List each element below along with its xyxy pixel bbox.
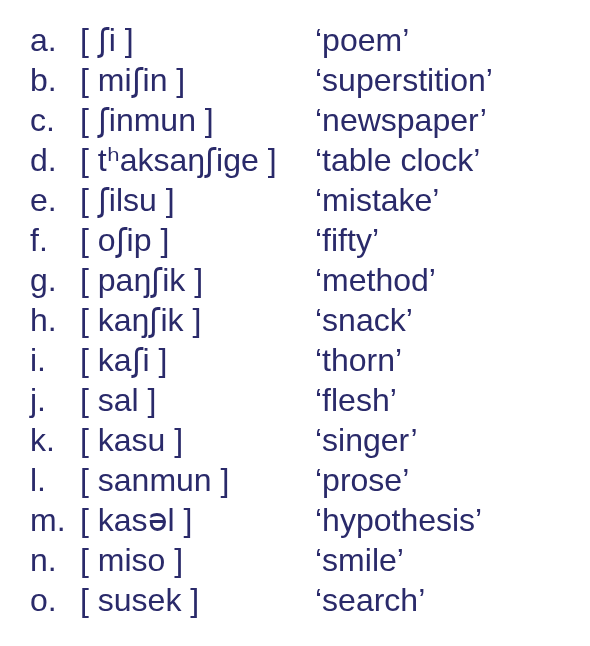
- item-label: j.: [30, 380, 80, 420]
- item-ipa: [ ʃilsu ]: [80, 180, 315, 220]
- item-label: a.: [30, 20, 80, 60]
- list-item: i. [ kaʃi ] ‘thorn’: [30, 340, 560, 380]
- item-gloss: ‘poem’: [315, 20, 560, 60]
- list-item: n. [ miso ] ‘smile’: [30, 540, 560, 580]
- list-item: g. [ paŋʃik ] ‘method’: [30, 260, 560, 300]
- item-ipa: [ tʰaksaŋʃige ]: [80, 140, 315, 180]
- item-label: o.: [30, 580, 80, 620]
- item-label: g.: [30, 260, 80, 300]
- item-gloss: ‘method’: [315, 260, 560, 300]
- item-ipa: [ kasəl ]: [80, 500, 315, 540]
- item-ipa: [ sanmun ]: [80, 460, 315, 500]
- item-gloss: ‘search’: [315, 580, 560, 620]
- item-label: i.: [30, 340, 80, 380]
- list-item: k. [ kasu ] ‘singer’: [30, 420, 560, 460]
- item-gloss: ‘hypothesis’: [315, 500, 560, 540]
- list-item: d. [ tʰaksaŋʃige ] ‘table clock’: [30, 140, 560, 180]
- item-gloss: ‘table clock’: [315, 140, 560, 180]
- item-gloss: ‘snack’: [315, 300, 560, 340]
- item-gloss: ‘singer’: [315, 420, 560, 460]
- item-ipa: [ ʃinmun ]: [80, 100, 315, 140]
- item-gloss: ‘newspaper’: [315, 100, 560, 140]
- item-gloss: ‘fifty’: [315, 220, 560, 260]
- item-gloss: ‘flesh’: [315, 380, 560, 420]
- item-ipa: [ kaʃi ]: [80, 340, 315, 380]
- item-ipa: [ miʃin ]: [80, 60, 315, 100]
- item-gloss: ‘superstition’: [315, 60, 560, 100]
- item-label: c.: [30, 100, 80, 140]
- item-label: f.: [30, 220, 80, 260]
- list-item: c. [ ʃinmun ] ‘newspaper’: [30, 100, 560, 140]
- list-item: m. [ kasəl ] ‘hypothesis’: [30, 500, 560, 540]
- item-ipa: [ ʃi ]: [80, 20, 315, 60]
- phonetic-word-list: a. [ ʃi ] ‘poem’ b. [ miʃin ] ‘superstit…: [30, 20, 560, 620]
- item-gloss: ‘prose’: [315, 460, 560, 500]
- item-ipa: [ susek ]: [80, 580, 315, 620]
- list-item: l. [ sanmun ] ‘prose’: [30, 460, 560, 500]
- item-ipa: [ paŋʃik ]: [80, 260, 315, 300]
- list-item: b. [ miʃin ] ‘superstition’: [30, 60, 560, 100]
- item-label: h.: [30, 300, 80, 340]
- list-item: h. [ kaŋʃik ] ‘snack’: [30, 300, 560, 340]
- item-gloss: ‘smile’: [315, 540, 560, 580]
- item-label: n.: [30, 540, 80, 580]
- list-item: e. [ ʃilsu ] ‘mistake’: [30, 180, 560, 220]
- item-ipa: [ oʃip ]: [80, 220, 315, 260]
- item-gloss: ‘mistake’: [315, 180, 560, 220]
- item-label: e.: [30, 180, 80, 220]
- item-ipa: [ sal ]: [80, 380, 315, 420]
- item-label: l.: [30, 460, 80, 500]
- item-ipa: [ kasu ]: [80, 420, 315, 460]
- item-label: k.: [30, 420, 80, 460]
- item-label: b.: [30, 60, 80, 100]
- list-item: a. [ ʃi ] ‘poem’: [30, 20, 560, 60]
- item-label: d.: [30, 140, 80, 180]
- item-ipa: [ miso ]: [80, 540, 315, 580]
- item-label: m.: [30, 500, 80, 540]
- item-ipa: [ kaŋʃik ]: [80, 300, 315, 340]
- list-item: j. [ sal ] ‘flesh’: [30, 380, 560, 420]
- list-item: o. [ susek ] ‘search’: [30, 580, 560, 620]
- item-gloss: ‘thorn’: [315, 340, 560, 380]
- list-item: f. [ oʃip ] ‘fifty’: [30, 220, 560, 260]
